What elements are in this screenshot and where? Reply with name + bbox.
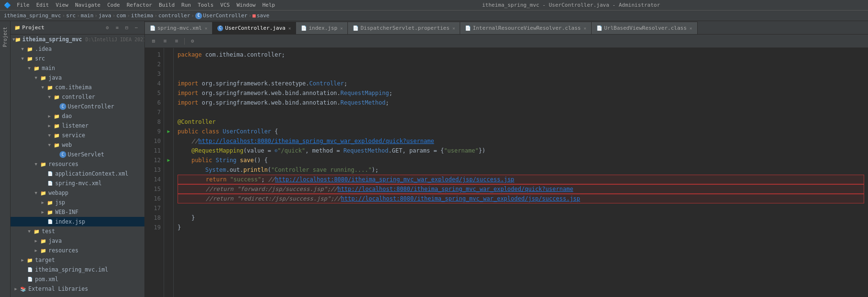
tab-dispatcherservlet-props[interactable]: 📄 DispatcherServlet.properties ✕ [348,22,460,34]
tab-close-icon[interactable]: ✕ [690,26,692,31]
tab-close-icon[interactable]: ✕ [452,26,455,31]
window-title: itheima_spring_mvc - UserController.java… [482,2,660,8]
structure-icon[interactable]: ⊞ [149,36,158,46]
tree-arrow: ▶ [39,210,46,214]
tabs-bar[interactable]: 📄 spring-mvc.xml ✕ C UserController.java… [145,21,868,35]
breadcrumb-main[interactable]: main [81,12,94,19]
breadcrumb-usercontroller[interactable]: UserController [203,12,248,19]
tree-arrow: ▼ [46,143,53,147]
controller-icon: C [195,12,202,19]
tab-label: UrlBasedViewResolver.class [604,25,687,31]
iml-file-icon: 📄 [26,266,34,273]
tree-item-iml[interactable]: 📄 itheima_spring_mvc.iml [11,265,144,274]
tab-urlbasedviewresolver[interactable]: 📄 UrlBasedViewResolver.class ✕ [592,22,698,34]
breadcrumb-com[interactable]: com [117,12,126,19]
menu-navigate[interactable]: Navigate [72,1,104,9]
run-gutter-icon: ▶ [167,127,170,136]
tree-item-appcontext[interactable]: 📄 applicationContext.xml [11,169,144,178]
code-toolbar[interactable]: ⊞ ≡ ≡ ⚙ [145,35,868,48]
breadcrumb-controller[interactable]: controller [158,12,190,19]
tree-arrow: ▶ [33,238,39,243]
tab-label: UserController.java [225,25,285,31]
left-panel-tab[interactable]: Project [0,21,11,297]
folder-icon: 📁 [33,228,40,235]
tree-label: UserServlet [68,151,104,158]
menu-run[interactable]: Run [178,1,194,9]
tree-item-jsp[interactable]: ▶ 📁 jsp [11,198,144,207]
tab-internalresourceviewresolver[interactable]: 📄 InternalResourceViewResolver.class ✕ [460,22,592,34]
tree-arrow: ▼ [26,229,33,234]
menu-file[interactable]: File [14,1,33,9]
menu-refactor[interactable]: Refactor [124,1,155,9]
tree-item-com-itheima[interactable]: ▼ 📁 com.itheima [11,83,144,92]
align-icon[interactable]: ≡ [113,24,121,32]
tree-item-userservlet[interactable]: C UserServlet [11,150,144,159]
tree-item-resources[interactable]: ▼ 📁 resources [11,159,144,169]
tree-item-test-java[interactable]: ▶ 📁 java [11,236,144,246]
tree-item-dao[interactable]: ▶ 📁 dao [11,111,144,121]
breadcrumb-src[interactable]: src [66,12,76,19]
menu-code[interactable]: Code [104,1,123,9]
tree-item-idea[interactable]: ▼ 📁 .idea [11,44,144,54]
tree-item-test-resources[interactable]: ▶ 📁 resources [11,246,144,255]
tree-item-webapp[interactable]: ▼ 📁 webapp [11,188,144,198]
tab-index-jsp[interactable]: 📄 index.jsp ✕ [296,22,348,34]
xml-file-icon: 📄 [46,170,54,177]
code-line-8: @Controller [178,117,864,127]
breadcrumb-save[interactable]: save [257,12,270,19]
sidebar-title: Project [22,24,44,31]
project-tab-label[interactable]: Project [1,25,9,49]
xml-tab-icon: 📄 [150,25,155,31]
tree-item-web[interactable]: ▼ 📁 web [11,140,144,150]
menu-edit[interactable]: Edit [34,1,52,9]
tree-arrow: ▶ [12,286,19,291]
tree-item-indexjsp[interactable]: 📄 index.jsp [11,217,144,226]
tab-close-icon[interactable]: ✕ [340,26,343,31]
tab-close-icon[interactable]: ✕ [288,26,291,31]
tab-usercontroller-java[interactable]: C UserController.java ✕ [213,22,296,34]
tree-item-main[interactable]: ▼ 📁 main [11,63,144,73]
menu-help[interactable]: Help [260,1,278,9]
menu-view[interactable]: View [53,1,71,9]
breadcrumb-itheima[interactable]: itheima [131,12,153,19]
tree-item-usercontroller[interactable]: C UserController [11,102,144,111]
file-tree[interactable]: ▼ 📁 itheima_spring_mvc D:\IntelliJ IDEA … [11,35,144,297]
scroll-bottom-icon[interactable]: ≡ [172,36,181,46]
tree-item-springmvc[interactable]: 📄 spring-mvc.xml [11,178,144,188]
tree-arrow: ▼ [46,133,53,138]
more-icon[interactable]: ⋯ [132,24,141,32]
menu-window[interactable]: Window [234,1,259,9]
tree-item-pom[interactable]: 📄 pom.xml [11,274,144,284]
settings-icon[interactable]: ⚙ [103,24,112,32]
collapse-icon[interactable]: ⊟ [122,24,131,32]
menu-tools[interactable]: Tools [195,1,216,9]
tab-spring-mvc-xml[interactable]: 📄 spring-mvc.xml ✕ [145,22,213,34]
tree-item-controller[interactable]: ▼ 📁 controller [11,92,144,102]
tree-item-src[interactable]: ▼ 📁 src [11,54,144,63]
tree-item-test[interactable]: ▼ 📁 test [11,226,144,236]
xml-file-icon: 📄 [26,276,34,283]
folder-icon: 📁 [46,209,54,215]
tree-item-webinf[interactable]: ▶ 📁 WEB-INF [11,207,144,217]
tree-item-listener[interactable]: ▶ 📁 listener [11,121,144,131]
code-editor[interactable]: package com.itheima.controller; import o… [174,48,868,297]
tab-close-icon[interactable]: ✕ [205,26,207,31]
app-icon: 🔷 [4,2,11,9]
menu-bar[interactable]: File Edit View Navigate Code Refactor Bu… [14,1,278,9]
tree-item-external-libs[interactable]: ▶ 📚 External Libraries [11,284,144,294]
tree-item-java[interactable]: ▼ 📁 java [11,73,144,83]
tree-item-service[interactable]: ▼ 📁 service [11,131,144,140]
gutter: ▶ ▶ [164,48,174,297]
tree-item-root[interactable]: ▼ 📁 itheima_spring_mvc D:\IntelliJ IDEA … [11,35,144,44]
tree-item-target[interactable]: ▶ 📁 target [11,255,144,265]
breadcrumb-java[interactable]: java [98,12,111,19]
menu-vcs[interactable]: VCS [217,1,233,9]
breadcrumb-project[interactable]: itheima_spring_mvc [4,12,61,19]
scroll-top-icon[interactable]: ≡ [160,36,170,46]
folder-icon: 📁 [53,113,60,119]
menu-build[interactable]: Build [156,1,178,9]
tab-close-icon[interactable]: ✕ [583,26,586,31]
tree-label: java [48,74,62,81]
sidebar-actions[interactable]: ⚙ ≡ ⊟ ⋯ [103,24,141,32]
settings-icon[interactable]: ⚙ [188,36,197,46]
